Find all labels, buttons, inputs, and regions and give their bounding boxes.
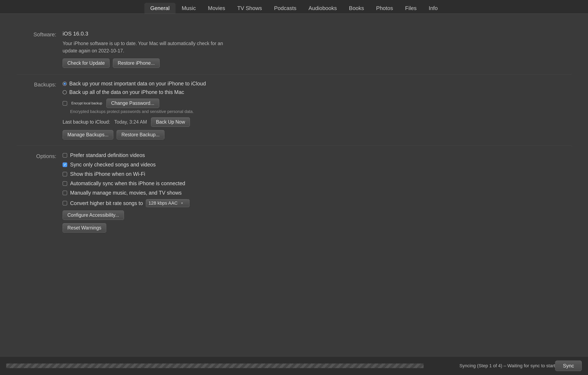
software-content: iOS 16.0.3 Your iPhone software is up to… <box>63 31 571 68</box>
tab-books[interactable]: Books <box>343 3 370 14</box>
show-wifi-label: Show this iPhone when on Wi-Fi <box>70 171 145 177</box>
backup-icloud-radio[interactable]: Back up your most important data on your… <box>63 81 571 87</box>
manually-manage-checkbox[interactable] <box>63 191 67 195</box>
ios-version: iOS 16.0.3 <box>63 31 571 37</box>
convert-checkbox[interactable] <box>63 201 67 205</box>
reset-warnings-button[interactable]: Reset Warnings <box>63 223 106 233</box>
tab-files[interactable]: Files <box>399 3 422 14</box>
tab-movies[interactable]: Movies <box>202 3 231 14</box>
last-backup-time: Today, 3:24 AM <box>114 119 147 125</box>
encrypt-description: Encrypted backups protect passwords and … <box>70 109 571 114</box>
options-content: Prefer standard definition videos Sync o… <box>63 152 571 233</box>
convert-row: Convert higher bit rate songs to 128 kbp… <box>63 199 571 207</box>
sync-checked-item: Sync only checked songs and videos <box>63 162 571 168</box>
configure-accessibility-row: Configure Accessibility... <box>63 211 571 220</box>
prefer-standard-def-checkbox[interactable] <box>63 153 67 158</box>
manage-backups-button[interactable]: Manage Backups... <box>63 130 113 139</box>
change-password-button[interactable]: Change Password... <box>106 98 159 108</box>
backups-section: Backups: Back up your most important dat… <box>17 74 571 146</box>
encrypt-checkbox[interactable] <box>63 101 67 106</box>
auto-sync-item: Automatically sync when this iPhone is c… <box>63 180 571 186</box>
backups-content: Back up your most important data on your… <box>63 81 571 139</box>
backup-mac-label: Back up all of the data on your iPhone t… <box>69 89 184 95</box>
main-content: Software: iOS 16.0.3 Your iPhone softwar… <box>0 14 588 348</box>
status-text: Syncing (Step 1 of 4) – Waiting for sync… <box>460 363 555 369</box>
backup-subgroup: Encrypt local backup Change Password... … <box>63 98 571 139</box>
prefer-standard-def-item: Prefer standard definition videos <box>63 152 571 158</box>
prefer-standard-def-label: Prefer standard definition videos <box>70 152 145 158</box>
status-bar: Syncing (Step 1 of 4) – Waiting for sync… <box>0 356 588 375</box>
manually-manage-label: Manually manage music, movies, and TV sh… <box>70 190 182 196</box>
options-section: Options: Prefer standard definition vide… <box>17 146 571 239</box>
tab-podcasts[interactable]: Podcasts <box>268 3 302 14</box>
tab-tv-shows[interactable]: TV Shows <box>231 3 268 14</box>
restore-backup-button[interactable]: Restore Backup... <box>117 130 164 139</box>
tab-audiobooks[interactable]: Audiobooks <box>303 3 343 14</box>
auto-sync-label: Automatically sync when this iPhone is c… <box>70 180 185 186</box>
reset-warnings-row: Reset Warnings <box>63 223 571 233</box>
show-wifi-item: Show this iPhone when on Wi-Fi <box>63 171 571 177</box>
backup-icloud-radio-indicator[interactable] <box>63 82 67 86</box>
sync-checked-checkbox[interactable] <box>63 162 67 167</box>
software-label: Software: <box>17 31 63 68</box>
backup-mac-radio-indicator[interactable] <box>63 90 67 94</box>
back-up-now-button[interactable]: Back Up Now <box>151 117 190 127</box>
sync-checked-label: Sync only checked songs and videos <box>70 162 156 168</box>
backup-icloud-label: Back up your most important data on your… <box>69 81 206 87</box>
manage-row: Manage Backups... Restore Backup... <box>63 130 571 139</box>
tab-music[interactable]: Music <box>176 3 202 14</box>
auto-sync-checkbox[interactable] <box>63 181 67 186</box>
backups-label: Backups: <box>17 81 63 139</box>
nav-tabs: General Music Movies TV Shows Podcasts A… <box>0 0 588 14</box>
last-backup-label: Last backup to iCloud: <box>63 119 110 125</box>
convert-dropdown[interactable]: 128 kbps AAC ▼ <box>146 199 189 207</box>
encrypt-label: Encrypt local backup <box>71 101 102 105</box>
configure-accessibility-button[interactable]: Configure Accessibility... <box>63 211 124 220</box>
show-wifi-checkbox[interactable] <box>63 172 67 176</box>
sync-button[interactable]: Sync <box>555 361 582 371</box>
status-progress-area <box>6 364 460 368</box>
tab-photos[interactable]: Photos <box>370 3 399 14</box>
restore-iphone-button[interactable]: Restore iPhone... <box>113 58 160 68</box>
manually-manage-item: Manually manage music, movies, and TV sh… <box>63 190 571 196</box>
backup-mac-radio[interactable]: Back up all of the data on your iPhone t… <box>63 89 571 95</box>
tab-general[interactable]: General <box>144 3 176 14</box>
software-buttons: Check for Update Restore iPhone... <box>63 58 571 68</box>
software-section: Software: iOS 16.0.3 Your iPhone softwar… <box>17 24 571 74</box>
tab-info[interactable]: Info <box>423 3 443 14</box>
progress-bar <box>6 364 424 368</box>
software-description: Your iPhone software is up to date. Your… <box>63 40 230 54</box>
check-for-update-button[interactable]: Check for Update <box>63 58 110 68</box>
last-backup-row: Last backup to iCloud: Today, 3:24 AM Ba… <box>63 117 571 127</box>
encrypt-row: Encrypt local backup Change Password... <box>63 98 571 108</box>
options-label: Options: <box>17 152 63 233</box>
convert-value: 128 kbps AAC <box>148 200 178 206</box>
dropdown-arrow-icon: ▼ <box>180 202 183 205</box>
convert-higher-label: Convert higher bit rate songs to <box>70 200 143 206</box>
